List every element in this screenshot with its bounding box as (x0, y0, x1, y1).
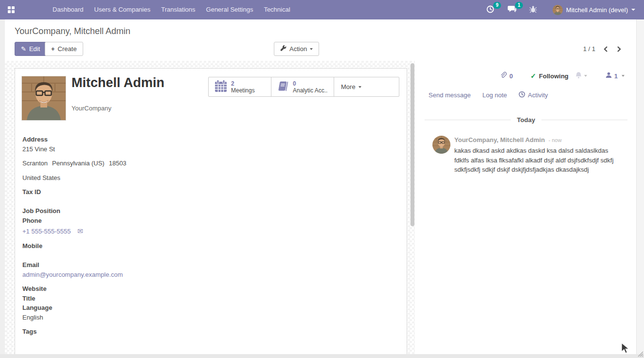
field-list: Address 215 Vine St ScrantonPennsylvania… (22, 136, 227, 336)
log-note-button[interactable]: Log note (483, 91, 507, 99)
user-menu[interactable]: Mitchell Admin (devel) (553, 5, 635, 15)
debug-button[interactable] (525, 3, 541, 17)
activities-button[interactable]: 9 (482, 3, 499, 17)
create-button-label: Create (58, 45, 77, 53)
address-label: Address (22, 136, 227, 143)
pager-previous-button[interactable] (603, 46, 608, 53)
content-area: Mitchell Admin YourCompany 2 Meetings (5, 61, 636, 354)
analytic-label: Analytic Acc... (293, 87, 328, 94)
bug-icon (529, 5, 537, 15)
meetings-stat-button[interactable]: 2 Meetings (209, 77, 271, 96)
chatter-toolbar: 0 ✓ Following 1 (415, 61, 636, 80)
message-author[interactable]: YourCompany, Mitchell Admin (454, 136, 545, 143)
menu-dashboard[interactable]: Dashboard (47, 0, 89, 19)
phone-row: +1 555-555-5555 ✉ (22, 227, 227, 235)
meetings-count: 2 (231, 80, 255, 87)
message-count-badge: 1 (515, 2, 523, 9)
main-menu: Dashboard Users & Companies Translations… (47, 0, 296, 19)
pencil-icon: ✎ (21, 45, 26, 53)
attachments-button[interactable]: 0 (500, 72, 513, 80)
chatter-panel: 0 ✓ Following 1 Send message (415, 61, 636, 354)
tags-label: Tags (22, 328, 227, 336)
navbar-systray: 9 1 Mitchell Admin (devel) (482, 3, 644, 17)
chatter-actions: Send message Log note Activity (415, 91, 636, 99)
zip-value: 18503 (109, 160, 126, 167)
messages-button[interactable]: 1 (503, 3, 520, 17)
follower-count: 1 (614, 72, 618, 80)
apps-menu-icon[interactable] (8, 6, 15, 14)
tax-id-label: Tax ID (22, 188, 227, 196)
website-label: Website (22, 285, 227, 293)
resize-grip-icon[interactable] (636, 350, 644, 357)
pager-next-button[interactable] (616, 46, 622, 53)
analytic-accounts-stat-button[interactable]: 0 Analytic Acc... (271, 77, 334, 96)
journal-book-icon (277, 80, 289, 93)
paperclip-icon (500, 72, 507, 80)
activity-clock-icon (519, 91, 525, 99)
action-button-label: Action (289, 45, 307, 53)
edit-button[interactable]: ✎ Edit (15, 42, 46, 56)
send-message-button[interactable]: Send message (429, 91, 471, 99)
street-value: 215 Vine St (22, 145, 227, 153)
form-view: Mitchell Admin YourCompany 2 Meetings (5, 61, 415, 354)
form-sheet: Mitchell Admin YourCompany 2 Meetings (15, 68, 407, 354)
edit-button-label: Edit (29, 45, 40, 53)
language-label: Language (22, 304, 227, 312)
follower-person-icon (606, 72, 612, 80)
more-dropdown-button[interactable]: More (334, 77, 399, 96)
schedule-activity-button[interactable]: Activity (519, 91, 548, 99)
followers-button[interactable]: 1 (606, 72, 625, 80)
bell-icon (575, 72, 582, 80)
sms-envelope-icon[interactable]: ✉ (77, 227, 83, 235)
message-header: YourCompany, Mitchell Admin - now (454, 136, 622, 143)
state-value: Pennsylvania (US) (52, 160, 105, 167)
email-link[interactable]: admin@yourcompany.example.com (22, 271, 227, 279)
date-divider: Today (425, 116, 627, 124)
country-value: United States (22, 174, 227, 182)
activity-count-badge: 9 (493, 2, 501, 9)
menu-translations[interactable]: Translations (156, 0, 200, 19)
meetings-label: Meetings (231, 87, 255, 94)
following-button[interactable]: ✓ Following (530, 72, 568, 80)
title-label: Title (22, 295, 227, 303)
activity-label: Activity (528, 91, 548, 99)
chevron-down-icon (358, 86, 361, 88)
user-name-label: Mitchell Admin (devel) (566, 6, 628, 14)
phone-label: Phone (22, 217, 227, 225)
menu-technical[interactable]: Technical (258, 0, 295, 19)
bottom-scrollbar-track[interactable] (0, 354, 644, 358)
attachment-count: 0 (509, 72, 513, 80)
record-company-link[interactable]: YourCompany (72, 105, 111, 112)
stat-button-box: 2 Meetings 0 Analytic Acc... More (208, 77, 399, 97)
breadcrumb: YourCompany, Mitchell Admin (15, 26, 130, 36)
user-avatar (553, 5, 563, 15)
message-author-avatar[interactable] (432, 136, 450, 154)
date-group-label: Today (517, 116, 535, 124)
message-timestamp: - now (549, 137, 562, 143)
record-title: Mitchell Admin (72, 75, 164, 90)
chevron-down-icon (584, 75, 587, 77)
job-position-label: Job Position (22, 207, 227, 215)
analytic-count: 0 (293, 80, 328, 87)
language-value: English (22, 314, 227, 322)
following-label: Following (539, 72, 569, 80)
subscription-bell-button[interactable] (575, 72, 587, 80)
top-navbar: Dashboard Users & Companies Translations… (0, 0, 644, 19)
create-button[interactable]: + Create (45, 42, 83, 56)
page-scrollbar[interactable] (636, 19, 644, 358)
message-body: kakas dkasd askd akdkas daskd ksa dalsd … (454, 146, 622, 175)
phone-link[interactable]: +1 555-555-5555 (22, 228, 71, 235)
chevron-down-icon (622, 75, 625, 77)
contact-photo[interactable] (22, 76, 66, 120)
city-value: Scranton (22, 160, 48, 167)
pager: 1 / 1 (583, 42, 622, 56)
calendar-icon (215, 80, 227, 94)
control-panel: YourCompany, Mitchell Admin ✎ Edit + Cre… (5, 19, 636, 61)
mobile-label: Mobile (22, 242, 227, 250)
wrench-icon (280, 45, 286, 53)
menu-general-settings[interactable]: General Settings (201, 0, 259, 19)
menu-users-companies[interactable]: Users & Companies (89, 0, 156, 19)
action-dropdown-button[interactable]: Action (274, 42, 319, 56)
form-scrollbar-thumb[interactable] (411, 63, 414, 226)
city-state-zip-value: ScrantonPennsylvania (US)18503 (22, 160, 227, 167)
